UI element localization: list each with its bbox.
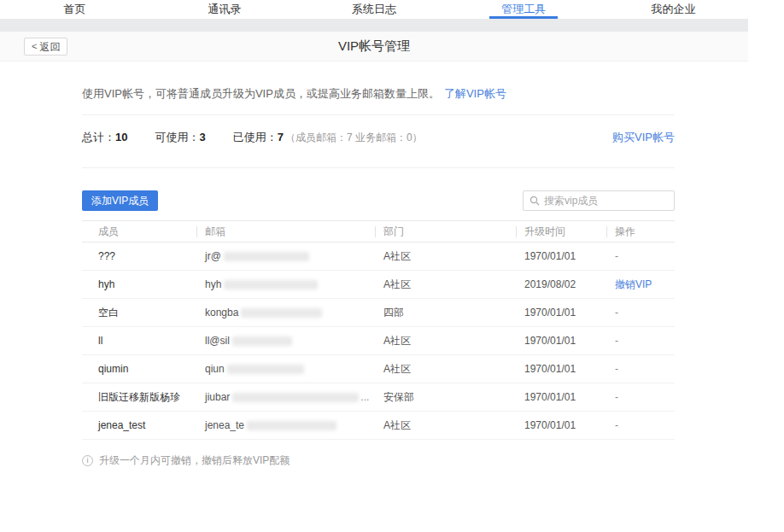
member-name: 旧版迁移新版杨珍 <box>82 383 196 412</box>
stat-available-value: 3 <box>199 131 205 143</box>
buy-vip-link[interactable]: 购买VIP帐号 <box>612 131 675 144</box>
search-input[interactable] <box>544 195 674 207</box>
nav-cell: 通讯录 <box>149 0 299 19</box>
member-email: ll@sil <box>196 327 375 355</box>
email-ellipsis: ... <box>360 391 369 403</box>
upgrade-time: 1970/01/01 <box>516 355 606 383</box>
email-visible-prefix: jenea_te <box>205 419 244 431</box>
email-visible-prefix: qiun <box>205 363 225 375</box>
nav-tab-home[interactable]: 首页 <box>52 0 98 19</box>
member-name: qiumin <box>82 355 196 383</box>
email-visible-prefix: jiubar <box>205 391 230 403</box>
nav-tab-my-company[interactable]: 我的企业 <box>639 0 707 19</box>
nav-tab-system-log[interactable]: 系统日志 <box>340 0 408 19</box>
member-department: A社区 <box>375 243 516 271</box>
footer-note-text: 升级一个月内可撤销，撤销后释放VIP配额 <box>99 453 290 468</box>
top-nav: 首页通讯录系统日志管理工具我的企业 <box>0 0 748 19</box>
search-box <box>523 190 675 211</box>
action-cell: - <box>606 383 675 412</box>
no-action-dash: - <box>615 335 618 347</box>
action-cell: - <box>606 327 675 355</box>
action-cell: - <box>606 243 675 271</box>
member-department: A社区 <box>375 327 516 355</box>
table-body: ???jr@A社区1970/01/01-hyhhyhA社区2019/08/02撤… <box>82 243 675 440</box>
footer-note: i 升级一个月内可撤销，撤销后释放VIP配额 <box>82 453 675 468</box>
redacted-email-blur <box>224 280 318 289</box>
page-header: < 返回 VIP帐号管理 <box>0 32 748 61</box>
member-email: jenea_te <box>196 412 375 440</box>
member-department: A社区 <box>375 271 516 299</box>
column-header: 成员 <box>82 221 196 243</box>
main-content: 使用VIP帐号，可将普通成员升级为VIP成员，或提高业务邮箱数量上限。了解VIP… <box>82 61 675 468</box>
member-department: 四部 <box>375 299 516 327</box>
stat-available-label: 可使用： <box>155 131 199 143</box>
column-header: 升级时间 <box>516 221 606 243</box>
upgrade-time: 2019/08/02 <box>516 271 606 299</box>
redacted-email-blur <box>232 393 359 402</box>
column-header: 邮箱 <box>196 221 375 243</box>
member-department: A社区 <box>375 355 516 383</box>
upgrade-time: 1970/01/01 <box>516 412 606 440</box>
intro-text: 使用VIP帐号，可将普通成员升级为VIP成员，或提高业务邮箱数量上限。 <box>82 87 440 100</box>
email-visible-prefix: hyh <box>205 278 221 290</box>
column-header: 操作 <box>606 221 675 243</box>
member-email: hyh <box>196 271 375 299</box>
revoke-vip-link[interactable]: 撤销VIP <box>615 278 652 290</box>
back-button[interactable]: < 返回 <box>24 38 67 56</box>
member-name: 空白 <box>82 299 196 327</box>
stat-available: 可使用：3 <box>155 131 205 144</box>
redacted-email-blur <box>224 252 309 261</box>
email-visible-prefix: jr@ <box>205 250 221 262</box>
no-action-dash: - <box>615 419 618 431</box>
app-window: 首页通讯录系统日志管理工具我的企业 < 返回 VIP帐号管理 使用VIP帐号，可… <box>0 0 748 468</box>
nav-tab-contacts[interactable]: 通讯录 <box>196 0 253 19</box>
page-title: VIP帐号管理 <box>0 38 748 55</box>
email-visible-prefix: ll@sil <box>205 335 230 347</box>
stat-used: 已使用：7（成员邮箱：7 业务邮箱：0） <box>233 131 423 144</box>
email-visible-prefix: kongba <box>205 307 238 319</box>
info-icon: i <box>82 455 93 466</box>
nav-tab-admin-tools[interactable]: 管理工具 <box>489 0 558 19</box>
vip-members-table: 成员邮箱部门升级时间操作 ???jr@A社区1970/01/01-hyhhyhA… <box>82 220 675 440</box>
upgrade-time: 1970/01/01 <box>516 299 606 327</box>
intro-line: 使用VIP帐号，可将普通成员升级为VIP成员，或提高业务邮箱数量上限。了解VIP… <box>82 61 675 102</box>
nav-cell: 我的企业 <box>599 0 748 19</box>
member-email: kongba <box>196 299 375 327</box>
redacted-email-blur <box>227 365 304 374</box>
table-row: hyhhyhA社区2019/08/02撤销VIP <box>82 271 675 299</box>
section-divider <box>82 167 675 168</box>
upgrade-time: 1970/01/01 <box>516 243 606 271</box>
member-name: ??? <box>82 243 196 271</box>
chevron-left-icon: < <box>32 42 37 51</box>
add-vip-member-button[interactable]: 添加VIP成员 <box>82 190 158 211</box>
stat-used-value: 7 <box>278 131 284 143</box>
table-row: jenea_testjenea_teA社区1970/01/01- <box>82 412 675 440</box>
action-cell: - <box>606 355 675 383</box>
action-cell: 撤销VIP <box>606 271 675 299</box>
no-action-dash: - <box>615 363 618 375</box>
search-icon <box>529 196 540 206</box>
member-email: qiun <box>196 355 375 383</box>
table-row: 旧版迁移新版杨珍jiubar...安保部1970/01/01- <box>82 383 675 412</box>
member-name: ll <box>82 327 196 355</box>
redacted-email-blur <box>247 421 336 430</box>
member-name: jenea_test <box>82 412 196 440</box>
table-row: llll@silA社区1970/01/01- <box>82 327 675 355</box>
action-cell: - <box>606 412 675 440</box>
upgrade-time: 1970/01/01 <box>516 327 606 355</box>
action-cell: - <box>606 299 675 327</box>
table-toolbar: 添加VIP成员 <box>82 190 675 211</box>
stat-total-value: 10 <box>115 131 127 143</box>
upgrade-time: 1970/01/01 <box>516 383 606 412</box>
table-row: qiuminqiunA社区1970/01/01- <box>82 355 675 383</box>
stat-used-detail: （成员邮箱：7 业务邮箱：0） <box>285 132 423 143</box>
stat-used-label: 已使用： <box>233 131 278 143</box>
redacted-email-blur <box>241 308 322 318</box>
stat-total-label: 总计： <box>82 131 115 143</box>
table-row: ???jr@A社区1970/01/01- <box>82 243 675 271</box>
nav-cell: 首页 <box>0 0 149 19</box>
no-action-dash: - <box>615 391 618 403</box>
back-button-label: 返回 <box>39 42 60 52</box>
learn-vip-link[interactable]: 了解VIP帐号 <box>444 87 506 100</box>
stat-total: 总计：10 <box>82 131 127 144</box>
